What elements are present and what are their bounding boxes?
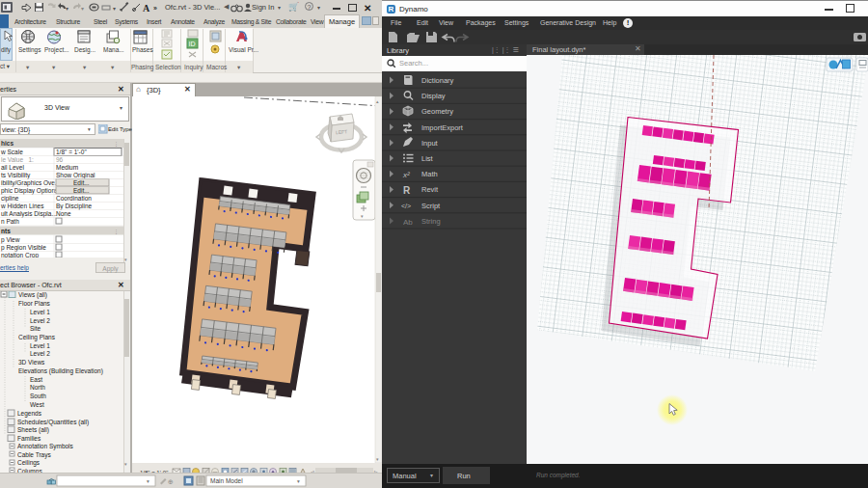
svg-text:hics: hics	[1, 140, 14, 147]
svg-text:R: R	[403, 185, 411, 196]
svg-text:List: List	[421, 154, 434, 163]
svg-text:Level 1: Level 1	[30, 342, 50, 349]
svg-text:Display: Display	[421, 92, 446, 100]
svg-text:⋮: ⋮	[114, 141, 119, 147]
svg-text:Level 1: Level 1	[30, 309, 50, 315]
svg-text:⊕: ⊕	[168, 478, 174, 485]
svg-text:w Hidden Lines: w Hidden Lines	[0, 203, 44, 209]
svg-text:Input: Input	[421, 139, 439, 148]
svg-text:»: »	[153, 5, 157, 12]
svg-text:p Region Visible: p Region Visible	[1, 244, 46, 252]
svg-text:Edit...: Edit...	[73, 187, 90, 194]
svg-text:Families: Families	[17, 435, 41, 442]
svg-text:A: A	[143, 3, 150, 14]
svg-text:▾: ▾	[113, 6, 116, 12]
svg-text:w Scale: w Scale	[0, 149, 23, 155]
svg-text:Main Model: Main Model	[210, 477, 243, 484]
svg-text:Annotation Symbols: Annotation Symbols	[17, 443, 74, 450]
svg-text:South: South	[30, 393, 46, 399]
svg-text:East: East	[30, 376, 42, 383]
svg-text:phic Display Options: phic Display Options	[1, 187, 59, 195]
svg-text:Medium: Medium	[56, 164, 78, 171]
svg-text:⋮: ⋮	[114, 229, 119, 234]
svg-text:Views (all): Views (all)	[18, 291, 47, 299]
svg-text:North: North	[30, 384, 45, 391]
svg-text:Sheets (all): Sheets (all)	[17, 426, 49, 434]
svg-text:1/8" = 1'-0": 1/8" = 1'-0"	[56, 149, 87, 155]
svg-text:Ceilings: Ceilings	[17, 459, 41, 467]
svg-text:nts: nts	[1, 228, 11, 234]
svg-text:Floor Plans: Floor Plans	[18, 300, 51, 307]
svg-text:notation Crop: notation Crop	[1, 252, 39, 258]
svg-text:x²: x²	[402, 171, 410, 179]
svg-text:Schedules/Quantities (all): Schedules/Quantities (all)	[17, 419, 89, 426]
svg-text:Math: Math	[421, 170, 438, 178]
svg-text:Site: Site	[30, 325, 41, 332]
svg-text:None: None	[56, 210, 71, 217]
svg-text:Ceiling Plans: Ceiling Plans	[18, 334, 56, 341]
svg-text:le Value 1:: le Value 1:	[1, 156, 34, 163]
svg-text:p View: p View	[1, 236, 20, 244]
svg-text:▾: ▾	[81, 6, 84, 12]
svg-text:▾: ▾	[147, 478, 149, 484]
svg-text:Level 2: Level 2	[30, 350, 50, 357]
svg-text:cipline: cipline	[1, 195, 19, 203]
svg-text:Cable Trays: Cable Trays	[17, 451, 51, 459]
svg-text:Elevations (Building Elevation: Elevations (Building Elevation)	[18, 367, 103, 375]
svg-text:▾: ▾	[297, 478, 300, 484]
svg-text:n Path: n Path	[1, 218, 19, 225]
svg-text:Legends: Legends	[17, 410, 42, 418]
svg-text:LEFT: LEFT	[336, 128, 348, 135]
svg-text:Edit...: Edit...	[73, 179, 90, 186]
svg-text:3D Views: 3D Views	[18, 359, 45, 366]
svg-text:ibility/Graphics Ove...: ibility/Graphics Ove...	[1, 179, 61, 187]
svg-text:Revit: Revit	[421, 185, 439, 194]
svg-text:▾: ▾	[66, 6, 68, 12]
svg-text:ImportExport: ImportExport	[421, 123, 464, 132]
svg-text:Script: Script	[421, 202, 441, 210]
svg-text:West: West	[30, 401, 44, 408]
svg-text:</>: </>	[401, 203, 411, 209]
svg-text:96: 96	[56, 156, 64, 163]
svg-text:By Discipline: By Discipline	[56, 203, 93, 210]
svg-text:Level 2: Level 2	[30, 317, 50, 324]
svg-text:ID: ID	[189, 41, 196, 47]
svg-text:ts Visibility: ts Visibility	[1, 172, 31, 179]
svg-text:Geometry: Geometry	[421, 107, 453, 116]
svg-text:Ab: Ab	[403, 218, 413, 227]
svg-text:ult Analysis Displa...: ult Analysis Displa...	[1, 210, 57, 218]
svg-text:ail Level: ail Level	[1, 164, 24, 171]
svg-text:Dictionary: Dictionary	[421, 76, 454, 85]
svg-text:Coordination: Coordination	[56, 195, 92, 202]
svg-text:String: String	[421, 217, 441, 226]
